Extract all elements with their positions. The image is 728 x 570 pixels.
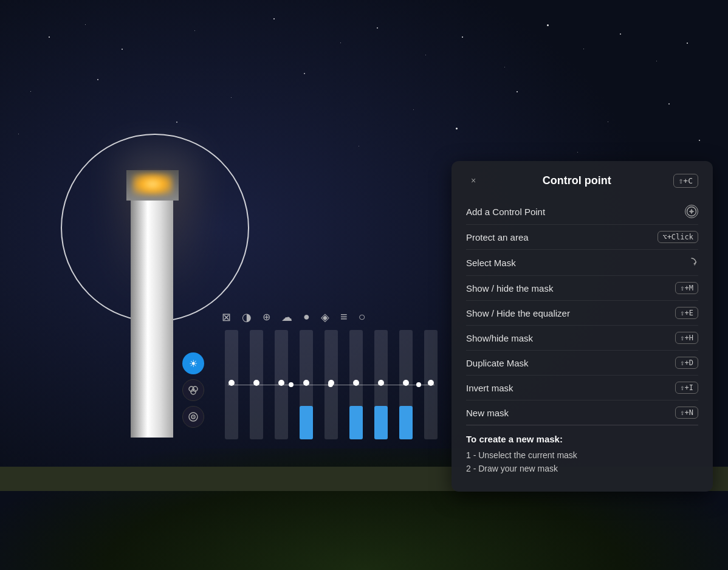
slider-track-1 (250, 330, 263, 439)
invert-mask-shortcut: ⇧+I (675, 382, 698, 394)
show-hide-equalizer-shortcut: ⇧+E (675, 307, 698, 319)
eq-icon-contrast[interactable]: ◑ (242, 311, 252, 324)
panel-header: × Control point ⇧+C (466, 173, 698, 188)
slider-track-5 (349, 330, 363, 439)
panel-item-show-hide-mask[interactable]: Show / hide the mask ⇧+M (466, 276, 698, 301)
slider-fill-7 (399, 406, 413, 439)
invert-mask-label: Invert mask (466, 383, 513, 393)
lighthouse-lamp-glow (132, 173, 173, 195)
duplicate-mask-label: Duplicate Mask (466, 358, 529, 368)
eq-icon-structure[interactable]: ◈ (321, 311, 329, 324)
slider-fill-6 (374, 406, 388, 439)
show-hide-mask-shortcut: ⇧+M (675, 282, 698, 294)
panel-help: To create a new mask: 1 - Unselect the c… (466, 425, 698, 473)
equalizer-area: ⊠ ◑ ⊕ ☁ ● ◈ ≡ ○ (216, 310, 447, 474)
control-panel: × Control point ⇧+C Add a Control Point … (452, 161, 713, 492)
eq-icon-white[interactable]: ○ (359, 310, 366, 324)
slider-col-6[interactable] (372, 330, 391, 464)
panel-items: Add a Control Point Protect an area ⌥+Cl… (466, 199, 698, 425)
circles-tool-button[interactable] (182, 379, 204, 401)
slider-track-7 (399, 330, 413, 439)
sun-tool-button[interactable]: ☀ (182, 352, 204, 374)
showhide-mask-label: Show/hide mask (466, 333, 533, 343)
eq-icon-black[interactable]: ● (303, 311, 310, 323)
add-control-point-label: Add a Control Point (466, 207, 545, 217)
eq-sliders (216, 330, 447, 464)
panel-title: Control point (481, 174, 673, 187)
connector-dot-1 (289, 382, 294, 387)
connector-dot-2 (328, 382, 333, 387)
slider-col-3[interactable] (297, 330, 315, 464)
slider-thumb-3 (303, 380, 309, 386)
eq-icon-exposure[interactable]: ⊠ (222, 311, 231, 324)
slider-fill-5 (349, 406, 363, 439)
panel-close-button[interactable]: × (466, 173, 481, 188)
slider-thumb-2 (278, 380, 284, 386)
panel-item-showhide-mask[interactable]: Show/hide mask ⇧+H (466, 326, 698, 351)
show-hide-mask-label: Show / hide the mask (466, 283, 553, 294)
slider-track-8 (424, 330, 438, 439)
connector-dot-3 (416, 382, 421, 387)
slider-col-2[interactable] (272, 330, 290, 464)
slider-col-5[interactable] (347, 330, 366, 464)
protect-area-shortcut: ⌥+Click (658, 231, 698, 243)
slider-thumb-7 (403, 380, 409, 386)
slider-thumb-5 (353, 380, 359, 386)
protect-area-label: Protect an area (466, 232, 529, 242)
slider-fill-3 (300, 406, 313, 439)
slider-thumb-1 (253, 380, 259, 386)
duplicate-mask-shortcut: ⇧+D (675, 357, 698, 369)
target-tool-button[interactable] (182, 406, 204, 428)
slider-track-3 (300, 330, 313, 439)
add-control-point-icon (685, 205, 698, 218)
left-tools: ☀ (182, 352, 204, 428)
slider-thumb-0 (228, 380, 235, 386)
panel-help-title: To create a new mask: (466, 434, 698, 444)
show-hide-equalizer-label: Show / Hide the equalizer (466, 308, 570, 318)
panel-item-duplicate-mask[interactable]: Duplicate Mask ⇧+D (466, 351, 698, 376)
panel-item-protect-area[interactable]: Protect an area ⌥+Click (466, 225, 698, 250)
select-mask-icon (685, 256, 698, 269)
eq-icon-haze[interactable]: ☁ (281, 311, 292, 324)
slider-col-7[interactable] (397, 330, 416, 464)
eq-icon-clarity[interactable]: ⊕ (263, 311, 270, 323)
select-mask-label: Select Mask (466, 258, 516, 268)
panel-item-add-control-point[interactable]: Add a Control Point (466, 199, 698, 225)
slider-col-4[interactable] (321, 330, 340, 464)
slider-track-6 (374, 330, 388, 439)
panel-item-new-mask[interactable]: New mask ⇧+N (466, 400, 698, 425)
lighthouse-body (131, 182, 173, 438)
slider-thumb-8 (428, 380, 434, 386)
panel-help-step-1: 1 - Unselect the current mask (466, 450, 698, 460)
slider-thumb-6 (378, 380, 384, 386)
svg-point-5 (193, 416, 194, 417)
eq-icons-row: ⊠ ◑ ⊕ ☁ ● ◈ ≡ ○ (216, 310, 447, 324)
slider-col-0[interactable] (222, 330, 241, 464)
panel-item-show-hide-equalizer[interactable]: Show / Hide the equalizer ⇧+E (466, 301, 698, 326)
slider-track-2 (275, 330, 288, 439)
panel-main-shortcut: ⇧+C (673, 174, 698, 188)
slider-track-0 (225, 330, 238, 439)
panel-item-select-mask[interactable]: Select Mask (466, 250, 698, 276)
showhide-mask-shortcut: ⇧+H (675, 332, 698, 344)
slider-col-1[interactable] (247, 330, 266, 464)
panel-help-step-2: 2 - Draw your new mask (466, 464, 698, 473)
eq-icon-detail[interactable]: ≡ (340, 310, 348, 324)
slider-col-8[interactable] (422, 330, 441, 464)
panel-item-invert-mask[interactable]: Invert mask ⇧+I (466, 376, 698, 400)
new-mask-shortcut: ⇧+N (675, 407, 698, 419)
new-mask-label: New mask (466, 408, 509, 418)
